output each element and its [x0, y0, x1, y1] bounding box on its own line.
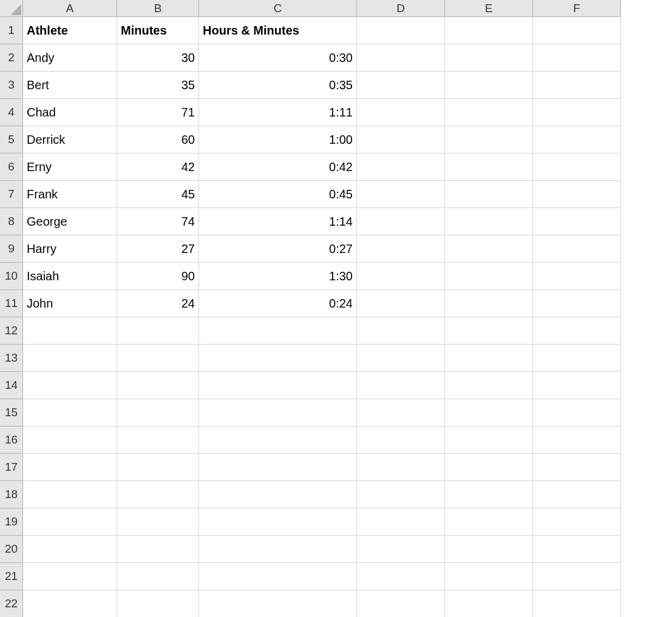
cell-C7[interactable]: 0:45	[199, 181, 357, 208]
cell-D19[interactable]	[357, 508, 445, 536]
cell-A8[interactable]: George	[23, 208, 117, 235]
cell-C5[interactable]: 1:00	[199, 126, 357, 153]
cell-B12[interactable]	[117, 317, 199, 345]
cell-A20[interactable]	[23, 536, 117, 563]
cell-E4[interactable]	[445, 99, 533, 126]
cell-C14[interactable]	[199, 372, 357, 399]
cell-F5[interactable]	[533, 126, 621, 153]
row-header-20[interactable]: 20	[0, 536, 23, 563]
column-header-B[interactable]: B	[117, 0, 199, 17]
cell-F12[interactable]	[533, 317, 621, 345]
cell-E15[interactable]	[445, 399, 533, 427]
cell-E8[interactable]	[445, 208, 533, 235]
row-header-8[interactable]: 8	[0, 208, 23, 235]
row-header-21[interactable]: 21	[0, 563, 23, 590]
cell-B20[interactable]	[117, 536, 199, 563]
cell-E12[interactable]	[445, 317, 533, 345]
row-header-17[interactable]: 17	[0, 454, 23, 481]
cell-F3[interactable]	[533, 72, 621, 99]
cell-D13[interactable]	[357, 345, 445, 372]
cell-C1[interactable]: Hours & Minutes	[199, 17, 357, 44]
cell-D16[interactable]	[357, 427, 445, 454]
column-header-C[interactable]: C	[199, 0, 357, 17]
row-header-4[interactable]: 4	[0, 99, 23, 126]
cell-D10[interactable]	[357, 263, 445, 290]
cell-B16[interactable]	[117, 427, 199, 454]
cell-F1[interactable]	[533, 17, 621, 44]
cell-C11[interactable]: 0:24	[199, 290, 357, 317]
cell-B17[interactable]	[117, 454, 199, 481]
cell-B3[interactable]: 35	[117, 72, 199, 99]
cell-B8[interactable]: 74	[117, 208, 199, 235]
cell-D20[interactable]	[357, 536, 445, 563]
row-header-7[interactable]: 7	[0, 181, 23, 208]
cell-A6[interactable]: Erny	[23, 153, 117, 181]
cell-A9[interactable]: Harry	[23, 235, 117, 263]
cell-A18[interactable]	[23, 481, 117, 508]
cell-D11[interactable]	[357, 290, 445, 317]
cell-D14[interactable]	[357, 372, 445, 399]
row-header-19[interactable]: 19	[0, 508, 23, 536]
cell-A7[interactable]: Frank	[23, 181, 117, 208]
cell-B13[interactable]	[117, 345, 199, 372]
cell-F19[interactable]	[533, 508, 621, 536]
cell-B10[interactable]: 90	[117, 263, 199, 290]
row-header-14[interactable]: 14	[0, 372, 23, 399]
row-header-11[interactable]: 11	[0, 290, 23, 317]
cell-D3[interactable]	[357, 72, 445, 99]
cell-A4[interactable]: Chad	[23, 99, 117, 126]
cell-C8[interactable]: 1:14	[199, 208, 357, 235]
row-header-5[interactable]: 5	[0, 126, 23, 153]
cell-A17[interactable]	[23, 454, 117, 481]
cell-A21[interactable]	[23, 563, 117, 590]
cell-A22[interactable]	[23, 590, 117, 617]
spreadsheet-grid[interactable]: ABCDEF1AthleteMinutesHours & Minutes2And…	[0, 0, 672, 617]
cell-A13[interactable]	[23, 345, 117, 372]
cell-F8[interactable]	[533, 208, 621, 235]
cell-E3[interactable]	[445, 72, 533, 99]
cell-A1[interactable]: Athlete	[23, 17, 117, 44]
cell-A3[interactable]: Bert	[23, 72, 117, 99]
cell-F15[interactable]	[533, 399, 621, 427]
row-header-2[interactable]: 2	[0, 44, 23, 72]
cell-E13[interactable]	[445, 345, 533, 372]
cell-E6[interactable]	[445, 153, 533, 181]
cell-C3[interactable]: 0:35	[199, 72, 357, 99]
cell-D22[interactable]	[357, 590, 445, 617]
column-header-A[interactable]: A	[23, 0, 117, 17]
cell-F14[interactable]	[533, 372, 621, 399]
cell-C15[interactable]	[199, 399, 357, 427]
cell-E11[interactable]	[445, 290, 533, 317]
cell-E10[interactable]	[445, 263, 533, 290]
cell-D12[interactable]	[357, 317, 445, 345]
cell-F13[interactable]	[533, 345, 621, 372]
cell-C13[interactable]	[199, 345, 357, 372]
cell-A12[interactable]	[23, 317, 117, 345]
cell-A2[interactable]: Andy	[23, 44, 117, 72]
cell-A5[interactable]: Derrick	[23, 126, 117, 153]
cell-C16[interactable]	[199, 427, 357, 454]
cell-A16[interactable]	[23, 427, 117, 454]
cell-F22[interactable]	[533, 590, 621, 617]
cell-C20[interactable]	[199, 536, 357, 563]
row-header-13[interactable]: 13	[0, 345, 23, 372]
cell-C18[interactable]	[199, 481, 357, 508]
cell-E1[interactable]	[445, 17, 533, 44]
cell-E7[interactable]	[445, 181, 533, 208]
cell-A10[interactable]: Isaiah	[23, 263, 117, 290]
cell-F7[interactable]	[533, 181, 621, 208]
cell-D9[interactable]	[357, 235, 445, 263]
cell-F11[interactable]	[533, 290, 621, 317]
row-header-3[interactable]: 3	[0, 72, 23, 99]
cell-B11[interactable]: 24	[117, 290, 199, 317]
cell-F10[interactable]	[533, 263, 621, 290]
cell-E20[interactable]	[445, 536, 533, 563]
cell-E22[interactable]	[445, 590, 533, 617]
cell-D5[interactable]	[357, 126, 445, 153]
cell-C9[interactable]: 0:27	[199, 235, 357, 263]
cell-B19[interactable]	[117, 508, 199, 536]
row-header-18[interactable]: 18	[0, 481, 23, 508]
cell-F20[interactable]	[533, 536, 621, 563]
row-header-9[interactable]: 9	[0, 235, 23, 263]
cell-A14[interactable]	[23, 372, 117, 399]
